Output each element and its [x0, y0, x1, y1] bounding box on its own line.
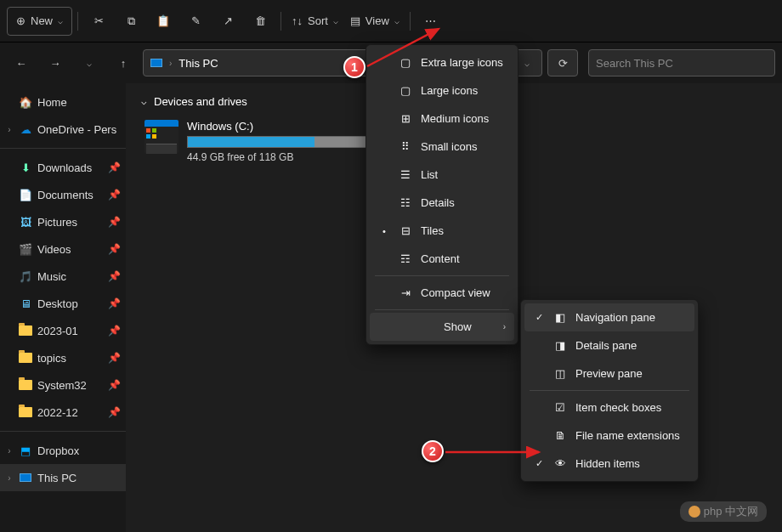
copy-button[interactable]: ⧉ — [116, 7, 146, 36]
content-icon: ☶ — [399, 252, 412, 265]
view-menu-large[interactable]: ▢ Large icons — [370, 76, 514, 105]
view-button[interactable]: ▤ View ⌵ — [345, 7, 405, 36]
sidebar-item-pictures[interactable]: 🖼 Pictures 📌 — [0, 208, 126, 235]
sidebar-item-system32[interactable]: System32 📌 — [0, 371, 126, 399]
menu-label: Details pane — [575, 339, 686, 352]
pin-icon: 📌 — [108, 216, 121, 228]
menu-label: File name extensions — [575, 429, 686, 442]
sidebar-item-2023-01[interactable]: 2023-01 📌 — [0, 317, 126, 344]
share-button[interactable]: ↗ — [212, 7, 243, 36]
show-menu-preview-pane[interactable]: ◫ Preview pane — [524, 359, 694, 388]
drive-info: Windows (C:) 44.9 GB free of 118 GB — [187, 120, 393, 163]
sidebar-item-dropbox[interactable]: › ⬒ Dropbox — [0, 437, 126, 464]
sidebar-item-home[interactable]: 🏠 Home — [0, 88, 126, 116]
pictures-icon: 🖼 — [19, 215, 32, 229]
compact-icon: ⇥ — [399, 286, 412, 299]
recent-button[interactable]: ⌵ — [75, 48, 104, 77]
up-button[interactable]: ↑ — [109, 48, 138, 77]
show-menu-navigation-pane[interactable]: ✓ ◧ Navigation pane — [524, 303, 694, 331]
show-menu-hidden-items[interactable]: ✓ 👁 Hidden items — [524, 450, 694, 478]
cut-icon: ✂ — [94, 14, 104, 27]
folder-icon — [19, 324, 32, 337]
divider — [0, 148, 126, 149]
separator — [375, 309, 509, 310]
sidebar-item-label: System32 — [37, 379, 103, 392]
sidebar-item-label: Pictures — [37, 216, 103, 229]
callout-badge-1: 1 — [343, 56, 366, 78]
paste-button[interactable]: 📋 — [148, 7, 178, 36]
sidebar-item-topics[interactable]: topics 📌 — [0, 344, 126, 371]
folder-icon — [19, 351, 32, 365]
cloud-icon: ☁ — [19, 122, 32, 136]
sidebar-item-label: 2022-12 — [37, 406, 103, 419]
svg-rect-1 — [152, 128, 156, 133]
check-icon: ✓ — [533, 312, 545, 323]
view-menu-details[interactable]: ☷ Details — [370, 189, 514, 217]
sidebar: 🏠 Home › ☁ OneDrive - Pers ⬇ Downloads 📌… — [0, 83, 126, 532]
menu-label: Navigation pane — [575, 311, 686, 324]
documents-icon: 📄 — [19, 188, 32, 201]
menu-label: Show — [421, 320, 495, 333]
search-box[interactable] — [588, 49, 775, 76]
refresh-icon: ⟳ — [558, 57, 568, 70]
view-menu-list[interactable]: ☰ List — [370, 161, 514, 189]
sidebar-item-videos[interactable]: 🎬 Videos 📌 — [0, 235, 126, 263]
expand-icon: › — [5, 473, 14, 483]
pin-icon: 📌 — [108, 406, 121, 418]
menu-label: Medium icons — [421, 112, 506, 125]
sidebar-item-thispc[interactable]: › This PC — [0, 464, 126, 491]
pin-icon: 📌 — [108, 297, 121, 309]
view-menu-tiles[interactable]: • ⊟ Tiles — [370, 217, 514, 245]
separator — [77, 12, 78, 31]
view-menu-small[interactable]: ⠿ Small icons — [370, 133, 514, 161]
checkbox-icon: ☑ — [553, 401, 567, 414]
group-title: Devices and drives — [154, 95, 247, 108]
view-menu-medium[interactable]: ⊞ Medium icons — [370, 105, 514, 133]
show-menu-item-check-boxes[interactable]: ☑ Item check boxes — [524, 393, 694, 422]
menu-label: Tiles — [421, 224, 506, 237]
menu-label: Preview pane — [575, 367, 686, 380]
view-menu-content[interactable]: ☶ Content — [370, 245, 514, 273]
sidebar-item-label: topics — [37, 352, 103, 365]
more-button[interactable]: ⋯ — [416, 7, 446, 36]
sidebar-item-documents[interactable]: 📄 Documents 📌 — [0, 181, 126, 208]
drive-tile-c[interactable]: Windows (C:) 44.9 GB free of 118 GB — [141, 116, 396, 167]
chevron-down-icon: ⌵ — [58, 16, 63, 25]
sidebar-item-desktop[interactable]: 🖥 Desktop 📌 — [0, 290, 126, 317]
chevron-down-icon: ⌵ — [141, 96, 147, 107]
back-button[interactable]: ← — [7, 48, 36, 77]
pin-icon: 📌 — [108, 270, 121, 282]
view-menu-compact[interactable]: ⇥ Compact view — [370, 279, 514, 307]
sidebar-item-downloads[interactable]: ⬇ Downloads 📌 — [0, 154, 126, 181]
cut-button[interactable]: ✂ — [83, 7, 114, 36]
pin-icon: 📌 — [108, 325, 121, 337]
view-menu-extra-large[interactable]: ▢ Extra large icons — [370, 48, 514, 76]
menu-label: Small icons — [421, 140, 506, 153]
forward-button[interactable]: → — [41, 48, 70, 77]
refresh-button[interactable]: ⟳ — [547, 49, 578, 76]
small-icons-icon: ⠿ — [399, 140, 412, 153]
view-menu-show[interactable]: Show › — [370, 313, 514, 341]
separator — [375, 275, 509, 276]
pin-icon: 📌 — [108, 189, 121, 201]
chevron-down-icon: ⌵ — [524, 59, 530, 68]
pc-icon — [150, 59, 162, 67]
callout-badge-2: 2 — [422, 440, 444, 462]
show-menu-details-pane[interactable]: ◨ Details pane — [524, 331, 694, 359]
search-input[interactable] — [596, 57, 768, 70]
menu-label: Extra large icons — [421, 56, 506, 69]
folder-icon — [19, 378, 32, 392]
sidebar-item-label: This PC — [37, 472, 121, 484]
sort-label: Sort — [308, 14, 328, 27]
trash-icon: 🗑 — [255, 14, 266, 27]
sidebar-item-music[interactable]: 🎵 Music 📌 — [0, 263, 126, 290]
rename-button[interactable]: ✎ — [180, 7, 211, 36]
sort-button[interactable]: ↑↓ Sort ⌵ — [286, 7, 343, 36]
new-button[interactable]: ⊕ New ⌵ — [7, 7, 72, 36]
sidebar-item-2022-12[interactable]: 2022-12 📌 — [0, 399, 126, 426]
sidebar-item-onedrive[interactable]: › ☁ OneDrive - Pers — [0, 116, 126, 143]
pin-icon: 📌 — [108, 379, 121, 391]
show-menu-file-name-extensions[interactable]: 🗎 File name extensions — [524, 422, 694, 450]
more-icon: ⋯ — [425, 14, 436, 27]
delete-button[interactable]: 🗑 — [245, 7, 275, 36]
